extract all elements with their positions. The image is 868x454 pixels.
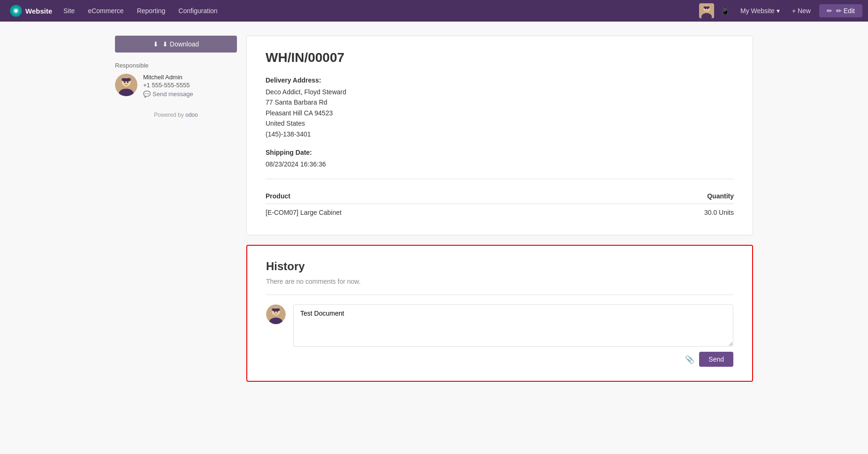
navbar-left: Website Site eCommerce Reporting Configu… (6, 4, 697, 17)
svg-point-24 (274, 311, 275, 313)
user-avatar[interactable] (699, 3, 714, 18)
table-header-row: Product Quantity (266, 189, 734, 204)
nav-configuration[interactable]: Configuration (173, 4, 223, 17)
history-card: History There are no comments for now. (246, 245, 753, 382)
comment-input-area: 📎 Send (293, 304, 733, 367)
logo-text: Website (25, 7, 52, 15)
svg-rect-18 (122, 78, 130, 81)
powered-by: Powered by odoo (115, 112, 237, 118)
responsible-phone: +1 555-555-5555 (143, 82, 193, 89)
divider (266, 179, 734, 179)
svg-point-2 (15, 9, 18, 13)
svg-rect-10 (704, 6, 710, 8)
responsible-details: Mitchell Admin +1 555-555-5555 💬 Send me… (143, 74, 193, 98)
nav-ecommerce[interactable]: eCommerce (82, 4, 129, 17)
delivery-name: Deco Addict, Floyd Steward (266, 87, 734, 97)
responsible-label: Responsible (115, 62, 237, 69)
chevron-down-icon: ▾ (777, 7, 780, 15)
delivery-street: 77 Santa Barbara Rd (266, 97, 734, 107)
attach-icon[interactable]: 📎 (685, 355, 694, 364)
table-row: [E-COM07] Large Cabinet30.0 Units (266, 204, 734, 221)
product-quantity: 30.0 Units (602, 204, 734, 221)
logo[interactable]: Website (6, 4, 56, 17)
delivery-city: Pleasant Hill CA 94523 (266, 108, 734, 118)
history-divider (266, 295, 733, 295)
send-message-link[interactable]: 💬 Send message (143, 91, 193, 98)
delivery-address-section: Delivery Address: Deco Addict, Floyd Ste… (266, 76, 734, 139)
quantity-col-header: Quantity (602, 189, 734, 204)
edit-icon: ✏ (827, 7, 832, 15)
odoo-text: odoo (185, 112, 198, 118)
responsible-name: Mitchell Admin (143, 74, 193, 81)
nav-reporting[interactable]: Reporting (131, 4, 171, 17)
products-table: Product Quantity [E-COM07] Large Cabinet… (266, 189, 734, 221)
delivery-phone: (145)-138-3401 (266, 129, 734, 139)
responsible-avatar (115, 74, 137, 96)
new-button[interactable]: + New (787, 5, 815, 16)
my-website-dropdown[interactable]: My Website ▾ (737, 5, 784, 16)
product-name: [E-COM07] Large Cabinet (266, 204, 602, 221)
delivery-address-label: Delivery Address: (266, 76, 734, 84)
document-title: WH/IN/00007 (266, 50, 734, 65)
document-area: WH/IN/00007 Delivery Address: Deco Addic… (246, 36, 753, 382)
responsible-section: Responsible Mitch (115, 62, 237, 98)
svg-point-25 (276, 311, 278, 313)
send-button[interactable]: Send (699, 352, 733, 367)
history-title: History (266, 260, 733, 273)
comment-input[interactable] (293, 304, 733, 347)
delivery-address-value: Deco Addict, Floyd Steward 77 Santa Barb… (266, 87, 734, 139)
navbar-right: 📱 My Website ▾ + New ✏ ✏ Edit (699, 3, 862, 18)
svg-point-16 (124, 82, 125, 83)
history-empty-message: There are no comments for now. (266, 278, 733, 285)
nav-site[interactable]: Site (58, 4, 80, 17)
edit-button[interactable]: ✏ ✏ Edit (819, 4, 862, 17)
download-icon: ⬇ (153, 40, 159, 48)
document-card: WH/IN/00007 Delivery Address: Deco Addic… (246, 36, 753, 235)
navbar: Website Site eCommerce Reporting Configu… (0, 0, 868, 22)
logo-icon (9, 4, 23, 17)
comment-actions: 📎 Send (293, 352, 733, 367)
sidebar: ⬇ ⬇ Download Responsible (115, 36, 246, 382)
chat-icon: 💬 (143, 91, 151, 98)
download-button[interactable]: ⬇ ⬇ Download (115, 36, 237, 53)
main-content: ⬇ ⬇ Download Responsible (106, 22, 762, 396)
svg-rect-26 (272, 309, 280, 311)
mobile-icon[interactable]: 📱 (718, 5, 733, 17)
product-col-header: Product (266, 189, 602, 204)
comment-area: 📎 Send (266, 304, 733, 367)
shipping-date-section: Shipping Date: 08/23/2024 16:36:36 (266, 149, 734, 169)
delivery-country: United States (266, 118, 734, 129)
svg-point-17 (127, 82, 129, 83)
responsible-info: Mitchell Admin +1 555-555-5555 💬 Send me… (115, 74, 237, 98)
comment-avatar (266, 304, 286, 324)
shipping-date-value: 08/23/2024 16:36:36 (266, 159, 734, 169)
shipping-date-label: Shipping Date: (266, 149, 734, 156)
